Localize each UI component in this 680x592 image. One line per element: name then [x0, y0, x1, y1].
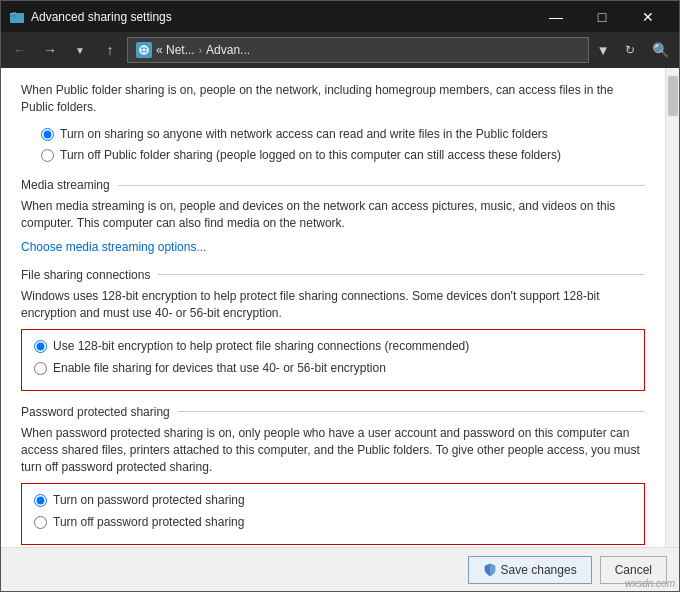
media-streaming-header: Media streaming — [21, 178, 645, 192]
password-sharing-radio-2[interactable] — [34, 516, 47, 529]
watermark: wxsdn.com — [625, 578, 675, 589]
password-sharing-header: Password protected sharing — [21, 405, 645, 419]
public-folder-option-1[interactable]: Turn on sharing so anyone with network a… — [41, 126, 645, 143]
file-sharing-desc: Windows uses 128-bit encryption to help … — [21, 288, 645, 322]
scrollbar[interactable] — [665, 68, 679, 547]
file-sharing-options-box: Use 128-bit encryption to help protect f… — [21, 329, 645, 391]
path-part-2: Advan... — [206, 43, 250, 57]
network-icon — [136, 42, 152, 58]
address-path[interactable]: « Net... › Advan... — [127, 37, 589, 63]
file-sharing-option-1[interactable]: Use 128-bit encryption to help protect f… — [34, 338, 632, 355]
path-separator-1: › — [199, 45, 202, 56]
save-changes-button[interactable]: Save changes — [468, 556, 592, 584]
password-sharing-desc: When password protected sharing is on, o… — [21, 425, 645, 475]
bottom-bar: Save changes Cancel — [1, 547, 679, 591]
password-sharing-options-box: Turn on password protected sharing Turn … — [21, 483, 645, 545]
title-bar: Advanced sharing settings — □ ✕ — [1, 1, 679, 32]
shield-icon — [483, 563, 497, 577]
password-sharing-option-1[interactable]: Turn on password protected sharing — [34, 492, 632, 509]
password-sharing-option-2[interactable]: Turn off password protected sharing — [34, 514, 632, 531]
public-folder-option-2[interactable]: Turn off Public folder sharing (people l… — [41, 147, 645, 164]
media-streaming-desc: When media streaming is on, people and d… — [21, 198, 645, 232]
file-sharing-option-2[interactable]: Enable file sharing for devices that use… — [34, 360, 632, 377]
back-button[interactable]: ← — [7, 37, 33, 63]
close-button[interactable]: ✕ — [625, 1, 671, 32]
up-button[interactable]: ↑ — [97, 37, 123, 63]
maximize-button[interactable]: □ — [579, 1, 625, 32]
address-dropdown-button[interactable]: ▼ — [593, 37, 613, 63]
password-sharing-radio-1[interactable] — [34, 494, 47, 507]
main-panel: When Public folder sharing is on, people… — [1, 68, 665, 547]
media-streaming-link[interactable]: Choose media streaming options... — [21, 240, 206, 254]
window-title: Advanced sharing settings — [31, 10, 533, 24]
minimize-button[interactable]: — — [533, 1, 579, 32]
forward-button[interactable]: → — [37, 37, 63, 63]
scrollbar-thumb[interactable] — [668, 76, 678, 116]
window-controls: — □ ✕ — [533, 1, 671, 32]
public-folder-intro: When Public folder sharing is on, people… — [21, 82, 645, 116]
refresh-button[interactable]: ↻ — [617, 37, 643, 63]
window-icon — [9, 9, 25, 25]
content-area: When Public folder sharing is on, people… — [1, 68, 679, 547]
file-sharing-header: File sharing connections — [21, 268, 645, 282]
public-folder-radio-1[interactable] — [41, 128, 54, 141]
file-sharing-radio-1[interactable] — [34, 340, 47, 353]
address-bar: ← → ▼ ↑ « Net... › Advan... ▼ ↻ 🔍 — [1, 32, 679, 68]
path-part-1: « Net... — [156, 43, 195, 57]
file-sharing-radio-2[interactable] — [34, 362, 47, 375]
history-dropdown-button[interactable]: ▼ — [67, 37, 93, 63]
search-button[interactable]: 🔍 — [647, 37, 673, 63]
public-folder-radio-2[interactable] — [41, 149, 54, 162]
public-folder-options: Turn on sharing so anyone with network a… — [41, 126, 645, 165]
